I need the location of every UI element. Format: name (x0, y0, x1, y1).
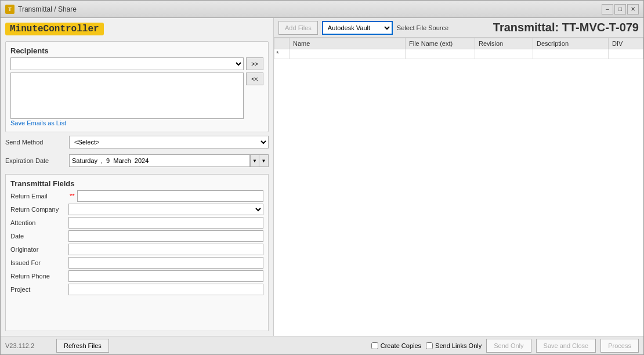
bottom-right: Create Copies Send Links Only Send Only … (371, 339, 639, 353)
file-table: Name File Name (ext) Revision Descriptio… (274, 38, 643, 59)
title-bar: T Transmittal / Share – □ ✕ (1, 1, 643, 18)
return-company-select[interactable] (68, 204, 263, 215)
save-emails-link[interactable]: Save Emails as List (10, 119, 66, 126)
maximize-button[interactable]: □ (614, 4, 626, 15)
col-header-div: DIV (609, 38, 643, 49)
project-label: Project (10, 286, 68, 293)
col-header-description: Description (533, 38, 609, 49)
version-label: V23.112.2 (5, 342, 52, 349)
send-links-only-group: Send Links Only (426, 342, 482, 349)
remove-recipient-button[interactable]: << (246, 73, 263, 85)
required-indicator: ** (70, 193, 75, 200)
issued-for-label: Issued For (10, 259, 68, 266)
originator-label: Originator (10, 246, 68, 253)
calendar-button[interactable]: ▼ (250, 154, 259, 167)
row-ext (406, 49, 475, 59)
recipients-label: Recipients (10, 46, 263, 55)
file-source-label: Select File Source (397, 24, 448, 31)
send-only-button[interactable]: Send Only (486, 339, 531, 353)
row-revision (475, 49, 533, 59)
transmittal-fields-section: Transmittal Fields Return Email ** Retur… (5, 174, 269, 331)
attention-label: Attention (10, 219, 68, 226)
brand-logo: MinuteController (5, 23, 104, 35)
window-title: Transmittal / Share (18, 5, 602, 13)
return-phone-label: Return Phone (10, 273, 68, 280)
date-field-label: Date (10, 233, 68, 240)
right-panel: Add Files Autodesk Vault Select File Sou… (273, 18, 643, 336)
col-header-ext: File Name (ext) (406, 38, 475, 49)
expiration-date-label: Expiration Date (5, 157, 69, 164)
date-dropdown-button[interactable]: ▼ (259, 154, 269, 167)
date-input-group: Saturday , 9 March 2024 (69, 154, 250, 167)
recipient-list[interactable] (10, 73, 244, 119)
send-method-row: Send Method <Select> (5, 136, 269, 148)
recipient-row: >> (10, 57, 263, 70)
col-header-revision: Revision (475, 38, 533, 49)
originator-row: Originator (10, 244, 263, 255)
return-email-input[interactable] (77, 190, 263, 202)
return-company-row: Return Company (10, 204, 263, 215)
attention-row: Attention (10, 217, 263, 229)
create-copies-checkbox[interactable] (371, 342, 378, 349)
send-method-select[interactable]: <Select> (69, 136, 269, 148)
add-recipient-button[interactable]: >> (246, 57, 263, 70)
recipient-list-row: << (10, 73, 263, 119)
return-email-label: Return Email (10, 193, 68, 200)
return-email-row: Return Email ** (10, 190, 263, 202)
fields-scroll-area: Return Email ** Return Company Attention (10, 190, 263, 297)
recipients-section: Recipients >> << Save Emails as List (5, 41, 269, 132)
row-description (533, 49, 609, 59)
row-asterisk: * (274, 49, 290, 59)
main-window: T Transmittal / Share – □ ✕ MinuteContro… (0, 0, 644, 355)
attention-input[interactable] (68, 217, 263, 229)
table-row: * (274, 49, 643, 59)
create-copies-group: Create Copies (371, 342, 421, 349)
recipient-dropdown[interactable] (10, 57, 244, 70)
date-field-row: Date (10, 230, 263, 242)
file-table-wrapper: Name File Name (ext) Revision Descriptio… (274, 38, 643, 336)
transmittal-fields-label: Transmittal Fields (10, 179, 263, 188)
return-phone-input[interactable] (68, 270, 263, 282)
process-button[interactable]: Process (600, 339, 639, 353)
project-input[interactable] (68, 284, 263, 295)
create-copies-label: Create Copies (381, 342, 421, 349)
send-links-only-label: Send Links Only (435, 342, 482, 349)
refresh-files-button[interactable]: Refresh Files (56, 339, 109, 353)
add-files-button[interactable]: Add Files (278, 21, 318, 35)
issued-for-input[interactable] (68, 257, 263, 269)
vault-select[interactable]: Autodesk Vault (323, 21, 392, 34)
send-links-only-checkbox[interactable] (426, 342, 433, 349)
date-separator: , (101, 157, 103, 164)
originator-input[interactable] (68, 244, 263, 255)
table-header-row: Name File Name (ext) Revision Descriptio… (274, 38, 643, 49)
col-header-filename: Name (290, 38, 406, 49)
date-day: 9 (106, 157, 110, 164)
minimize-button[interactable]: – (602, 4, 613, 15)
transmittal-title: Transmittal: TT-MVC-T-079 (493, 21, 639, 34)
app-icon: T (5, 5, 15, 14)
date-year: 2024 (135, 157, 149, 164)
brand-area: MinuteController (5, 23, 269, 35)
right-toolbar: Add Files Autodesk Vault Select File Sou… (274, 18, 643, 38)
date-day-of-week: Saturday (72, 157, 97, 164)
main-content: MinuteController Recipients >> << Sa (1, 18, 643, 336)
left-panel: MinuteController Recipients >> << Sa (1, 18, 273, 336)
date-month: March (113, 157, 131, 164)
bottom-bar: V23.112.2 Refresh Files Create Copies Se… (1, 336, 643, 354)
window-controls: – □ ✕ (602, 4, 639, 15)
issued-for-row: Issued For (10, 257, 263, 269)
send-method-label: Send Method (5, 139, 69, 146)
save-and-close-button[interactable]: Save and Close (536, 339, 596, 353)
close-button[interactable]: ✕ (627, 4, 639, 15)
col-header-name (274, 38, 290, 49)
expiration-date-row: Expiration Date Saturday , 9 March 2024 … (5, 154, 269, 167)
date-field-input[interactable] (68, 230, 263, 242)
row-name (290, 49, 406, 59)
return-company-label: Return Company (10, 206, 68, 213)
project-row: Project (10, 284, 263, 295)
return-phone-row: Return Phone (10, 270, 263, 282)
row-div (609, 49, 643, 59)
